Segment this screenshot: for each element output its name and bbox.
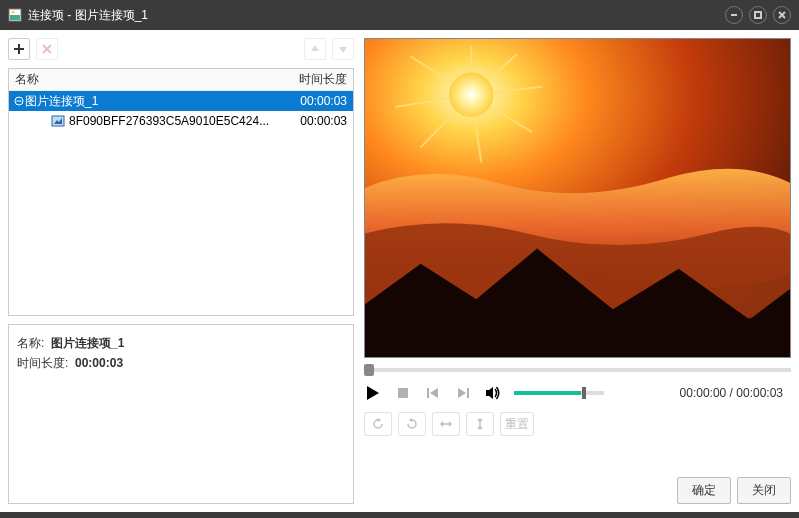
reset-button[interactable]: 重置 xyxy=(500,412,534,436)
edit-tool-row: 重置 xyxy=(364,412,791,436)
info-duration-label: 时间长度: xyxy=(17,356,68,370)
svg-rect-32 xyxy=(467,388,469,398)
info-name-label: 名称: xyxy=(17,336,44,350)
svg-marker-30 xyxy=(430,388,438,398)
seek-track[interactable] xyxy=(364,364,791,376)
svg-marker-31 xyxy=(458,388,466,398)
item-duration: 00:00:03 xyxy=(283,94,353,108)
move-up-button[interactable] xyxy=(304,38,326,60)
maximize-button[interactable] xyxy=(749,6,767,24)
move-down-button[interactable] xyxy=(332,38,354,60)
svg-point-2 xyxy=(12,11,15,14)
preview-image xyxy=(365,39,790,357)
next-button[interactable] xyxy=(454,384,472,402)
svg-rect-1 xyxy=(10,15,20,20)
flip-vertical-button[interactable] xyxy=(466,412,494,436)
list-item-parent[interactable]: 图片连接项_1 00:00:03 xyxy=(9,91,353,111)
ok-button[interactable]: 确定 xyxy=(677,477,731,504)
collapse-icon[interactable] xyxy=(13,96,25,106)
column-header-duration[interactable]: 时间长度 xyxy=(283,71,353,88)
image-icon xyxy=(51,114,65,128)
volume-knob[interactable] xyxy=(582,387,586,399)
item-name: 8F090BFF276393C5A9010E5C424... xyxy=(69,114,283,128)
svg-marker-11 xyxy=(311,45,319,51)
stop-button[interactable] xyxy=(394,384,412,402)
rotate-cw-button[interactable] xyxy=(364,412,392,436)
info-duration-value: 00:00:03 xyxy=(75,356,123,370)
svg-rect-29 xyxy=(427,388,429,398)
info-panel: 名称: 图片连接项_1 时间长度: 00:00:03 xyxy=(8,324,354,504)
svg-marker-33 xyxy=(486,387,493,399)
svg-marker-38 xyxy=(449,421,452,427)
svg-marker-27 xyxy=(367,386,379,400)
svg-rect-28 xyxy=(398,388,408,398)
prev-button[interactable] xyxy=(424,384,442,402)
list-toolbar xyxy=(8,38,354,60)
rotate-ccw-button[interactable] xyxy=(398,412,426,436)
item-duration: 00:00:03 xyxy=(283,114,353,128)
play-button[interactable] xyxy=(364,384,382,402)
time-display: 00:00:00 / 00:00:03 xyxy=(680,386,783,400)
svg-marker-34 xyxy=(378,418,381,422)
svg-marker-41 xyxy=(477,427,483,430)
list-item-child[interactable]: 8F090BFF276393C5A9010E5C424... 00:00:03 xyxy=(9,111,353,131)
svg-marker-37 xyxy=(440,421,443,427)
svg-marker-35 xyxy=(409,418,412,422)
svg-marker-40 xyxy=(477,418,483,421)
column-header-name[interactable]: 名称 xyxy=(9,71,283,88)
item-list: 名称 时间长度 图片连接项_1 00:00:03 8F090BFF276393C… xyxy=(8,68,354,316)
player-controls: 00:00:00 / 00:00:03 xyxy=(364,384,791,402)
window-title: 连接项 - 图片连接项_1 xyxy=(28,7,725,24)
add-button[interactable] xyxy=(8,38,30,60)
volume-slider[interactable] xyxy=(514,391,604,395)
close-dialog-button[interactable]: 关闭 xyxy=(737,477,791,504)
close-button[interactable] xyxy=(773,6,791,24)
flip-horizontal-button[interactable] xyxy=(432,412,460,436)
svg-marker-12 xyxy=(339,47,347,53)
volume-button[interactable] xyxy=(484,384,502,402)
svg-rect-4 xyxy=(755,12,761,18)
preview-area xyxy=(364,38,791,358)
minimize-button[interactable] xyxy=(725,6,743,24)
svg-point-26 xyxy=(449,73,494,118)
title-bar: 连接项 - 图片连接项_1 xyxy=(0,0,799,30)
seek-knob[interactable] xyxy=(364,364,374,376)
item-name: 图片连接项_1 xyxy=(25,93,283,110)
app-icon xyxy=(8,8,22,22)
delete-button[interactable] xyxy=(36,38,58,60)
info-name-value: 图片连接项_1 xyxy=(51,336,124,350)
